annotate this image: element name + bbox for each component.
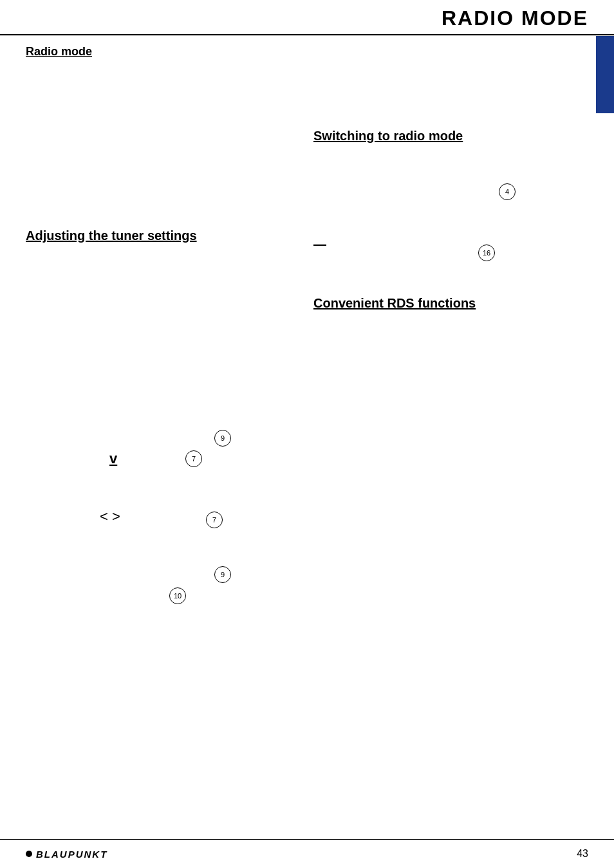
v-symbol: v [109, 450, 117, 467]
badge-10: 10 [169, 587, 186, 604]
badge-9b: 9 [214, 566, 231, 583]
adjusting-tuner-link[interactable]: Adjusting the tuner settings [26, 228, 197, 243]
page-header: RADIO MODE [0, 0, 614, 35]
badge-7a: 7 [185, 450, 202, 467]
badge-16: 16 [478, 245, 495, 261]
badge-7b: 7 [206, 512, 223, 528]
page-title: RADIO MODE [442, 6, 588, 30]
page-number: 43 [577, 848, 588, 860]
switching-to-radio-mode-link[interactable]: Switching to radio mode [313, 129, 463, 143]
section-heading: Radio mode [26, 45, 92, 59]
angle-symbols: < > [100, 508, 120, 525]
badge-4: 4 [499, 183, 516, 200]
blaupunkt-logo: BLAUPUNKT [26, 849, 107, 860]
brand-dot [26, 851, 32, 857]
rds-functions-link[interactable]: Convenient RDS functions [313, 296, 476, 311]
badge-9a: 9 [214, 430, 231, 447]
blue-tab [596, 36, 614, 113]
dash-separator: — [313, 237, 326, 252]
footer: BLAUPUNKT 43 [0, 839, 614, 868]
brand-name: BLAUPUNKT [36, 849, 107, 860]
